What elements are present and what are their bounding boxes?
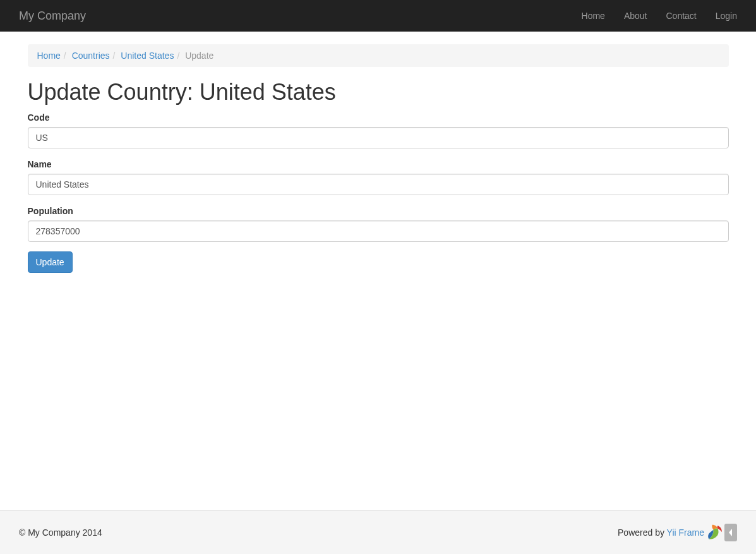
- country-form: Code Name Population Update: [28, 111, 729, 273]
- navbar-nav: Home About Contact Login: [572, 0, 747, 32]
- nav-link-login[interactable]: Login: [706, 0, 747, 32]
- navbar-brand[interactable]: My Company: [9, 0, 95, 32]
- footer-copyright: © My Company 2014: [19, 526, 102, 539]
- breadcrumb-countries[interactable]: Countries: [72, 51, 110, 61]
- chevron-left-icon: [724, 524, 737, 541]
- breadcrumb-united-states[interactable]: United States: [121, 51, 174, 61]
- nav-link-home[interactable]: Home: [572, 0, 615, 32]
- yii-debug-badge[interactable]: [707, 524, 737, 541]
- population-label: Population: [28, 205, 73, 217]
- nav-link-about[interactable]: About: [615, 0, 657, 32]
- navbar: My Company Home About Contact Login: [0, 0, 756, 32]
- yii-logo-icon: [707, 524, 723, 541]
- code-label: Code: [28, 111, 50, 124]
- name-label: Name: [28, 158, 52, 171]
- main-container: Home Countries United States Update Upda…: [9, 44, 748, 273]
- breadcrumb: Home Countries United States Update: [28, 44, 729, 67]
- name-input[interactable]: [28, 174, 729, 195]
- update-button[interactable]: Update: [28, 251, 73, 273]
- footer-powered-by-text: Powered by: [618, 527, 667, 538]
- page-title: Update Country: United States: [28, 80, 729, 105]
- footer: © My Company 2014 Powered by Yii Frame: [0, 510, 756, 554]
- population-input[interactable]: [28, 220, 729, 242]
- nav-link-contact[interactable]: Contact: [656, 0, 705, 32]
- footer-powered-by-link[interactable]: Yii Frame: [667, 527, 704, 538]
- breadcrumb-current: Update: [174, 49, 213, 62]
- breadcrumb-home[interactable]: Home: [37, 51, 61, 61]
- code-input[interactable]: [28, 127, 729, 148]
